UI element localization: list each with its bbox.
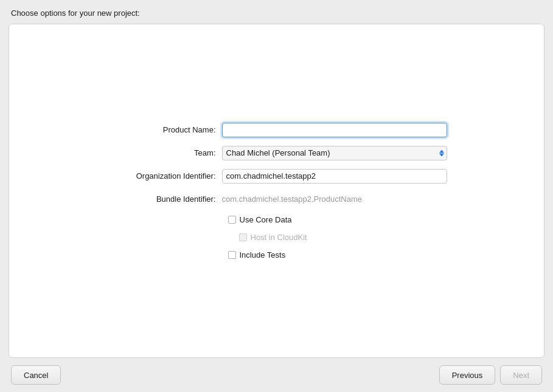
host-in-cloudkit-row: Host in CloudKit <box>106 233 447 242</box>
next-button[interactable]: Next <box>500 365 542 385</box>
bundle-identifier-value: com.chadmichel.testapp2.ProductName <box>222 192 447 207</box>
org-identifier-label: Organization Identifier: <box>106 171 222 181</box>
page-title: Choose options for your new project: <box>11 9 140 18</box>
product-name-label: Product Name: <box>106 125 222 134</box>
team-row: Team: Chad Michel (Personal Team) <box>106 146 447 160</box>
use-core-data-checkbox[interactable] <box>228 216 236 224</box>
bundle-identifier-label: Bundle Identifier: <box>106 194 222 204</box>
product-name-row: Product Name: <box>106 123 447 137</box>
product-name-input[interactable] <box>222 123 447 137</box>
cancel-button[interactable]: Cancel <box>11 365 61 385</box>
team-select[interactable]: Chad Michel (Personal Team) <box>222 146 447 160</box>
org-identifier-row: Organization Identifier: com.chadmichel.… <box>106 169 447 184</box>
footer: Cancel Previous Next <box>0 358 553 392</box>
include-tests-label: Include Tests <box>240 250 286 260</box>
footer-right: Previous Next <box>439 365 542 385</box>
previous-button[interactable]: Previous <box>439 365 496 385</box>
team-label: Team: <box>106 148 222 157</box>
content-area: Product Name: Team: Chad Michel (Persona… <box>9 24 544 358</box>
org-identifier-value: com.chadmichel.testapp2 <box>222 169 447 184</box>
host-in-cloudkit-checkbox[interactable] <box>239 233 247 241</box>
bundle-identifier-row: Bundle Identifier: com.chadmichel.testap… <box>106 192 447 207</box>
use-core-data-row: Use Core Data <box>106 215 447 224</box>
include-tests-checkbox[interactable] <box>228 251 236 259</box>
use-core-data-label: Use Core Data <box>240 215 292 224</box>
page-header: Choose options for your new project: <box>0 0 553 24</box>
include-tests-row: Include Tests <box>106 250 447 260</box>
host-in-cloudkit-label: Host in CloudKit <box>251 233 307 242</box>
form-container: Product Name: Team: Chad Michel (Persona… <box>106 123 447 260</box>
team-select-wrapper: Chad Michel (Personal Team) <box>222 146 447 160</box>
